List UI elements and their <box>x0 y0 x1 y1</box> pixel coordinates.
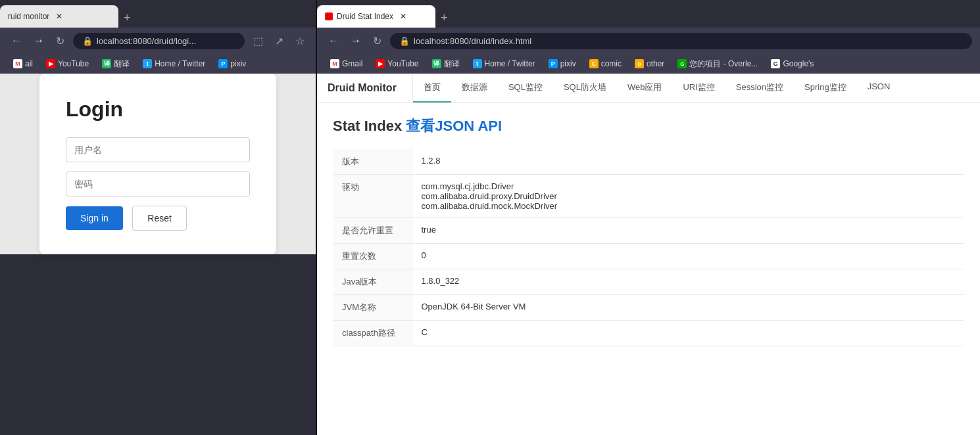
row-key-classpath: classpath路径 <box>333 321 412 346</box>
stat-table: 版本 1.2.8 驱动 com.mysql.cj.jdbc.Drivercom.… <box>333 149 964 346</box>
username-input[interactable] <box>66 137 250 162</box>
password-input[interactable] <box>66 172 250 196</box>
row-key-version: 版本 <box>333 149 412 175</box>
signin-button[interactable]: Sign in <box>66 206 123 230</box>
youtube-favicon: ▶ <box>46 59 55 68</box>
bookmark-mail[interactable]: M ail <box>8 58 38 70</box>
bookmark-twitter-label: Home / Twitter <box>155 59 205 68</box>
right-address-input[interactable]: 🔒 localhost:8080/druid/index.html <box>390 33 972 49</box>
bookmark-youtube-left[interactable]: ▶ YouTube <box>41 58 94 70</box>
left-lock-icon: 🔒 <box>82 36 93 46</box>
druid-content: Stat Index 查看JSON API 版本 1.2.8 驱动 com.my… <box>317 103 980 435</box>
left-back-button[interactable]: ← <box>8 33 25 49</box>
right-new-tab-button[interactable]: + <box>435 9 453 28</box>
right-gmail-favicon: M <box>330 59 339 68</box>
row-value-java-version: 1.8.0_322 <box>412 269 964 295</box>
left-browser: ruid monitor ✕ + ← → ↻ 🔒 localhost:8080/… <box>0 0 316 435</box>
druid-tab-json[interactable]: JSON <box>857 74 901 103</box>
right-address-bar: ← → ↻ 🔒 localhost:8080/druid/index.html <box>317 28 980 54</box>
bookmark-mail-label: ail <box>25 59 33 68</box>
druid-panel: Druid Monitor 首页 数据源 SQL监控 SQL防火墙 Web应用 … <box>317 74 980 435</box>
login-page: Login Sign in Reset <box>0 74 316 254</box>
login-buttons: Sign in Reset <box>66 206 250 231</box>
right-bookmarks-bar: M Gmail ▶ YouTube 译 翻译 t Home / Twitter … <box>317 54 980 74</box>
bookmark-comic[interactable]: C comic <box>584 58 627 70</box>
row-key-jvm-name: JVM名称 <box>333 295 412 321</box>
json-api-link[interactable]: 查看JSON API <box>406 118 502 134</box>
bookmark-translate-label: 翻译 <box>114 58 130 70</box>
right-refresh-button[interactable]: ↻ <box>370 33 385 49</box>
row-value-jvm-name: OpenJDK 64-Bit Server VM <box>412 295 964 321</box>
left-active-tab[interactable]: ruid monitor ✕ <box>0 5 118 28</box>
left-forward-button[interactable]: → <box>30 33 47 49</box>
right-forward-button[interactable]: → <box>347 33 364 49</box>
left-star-icon[interactable]: ☆ <box>292 33 308 49</box>
bookmark-youproject[interactable]: G 您的项目 - Overle... <box>672 57 763 71</box>
login-title: Login <box>66 97 250 122</box>
druid-tab-uri[interactable]: URI监控 <box>672 74 725 103</box>
table-row: 重置次数 0 <box>333 244 964 269</box>
table-row: 驱动 com.mysql.cj.jdbc.Drivercom.alibaba.d… <box>333 175 964 218</box>
google-label: Google's <box>783 59 814 68</box>
bookmark-youtube-label: YouTube <box>58 59 89 68</box>
druid-tab-session[interactable]: Session监控 <box>725 74 794 103</box>
gmail-favicon: M <box>13 59 22 68</box>
right-tab-bar: D Druid Stat Index ✕ + <box>317 0 980 28</box>
left-share-icon[interactable]: ↗ <box>272 33 287 49</box>
row-value-version: 1.2.8 <box>412 149 964 175</box>
row-value-classpath: C <box>412 321 964 346</box>
druid-tab-sql-monitor[interactable]: SQL监控 <box>498 74 553 103</box>
druid-tab-spring[interactable]: Spring监控 <box>794 74 857 103</box>
druid-tab-datasource[interactable]: 数据源 <box>451 74 498 103</box>
druid-tab-home[interactable]: 首页 <box>413 74 451 103</box>
row-key-allow-reset: 是否允许重置 <box>333 218 412 244</box>
bookmark-pixiv-left[interactable]: P pixiv <box>213 58 251 70</box>
row-key-reset-count: 重置次数 <box>333 244 412 269</box>
right-translate-label: 翻译 <box>444 58 460 70</box>
table-row: 版本 1.2.8 <box>333 149 964 175</box>
row-value-reset-count: 0 <box>412 244 964 269</box>
translate-favicon: 译 <box>102 59 111 68</box>
left-address-input[interactable]: 🔒 localhost:8080/druid/logi... <box>73 33 245 49</box>
bookmark-gmail-right[interactable]: M Gmail <box>325 58 368 70</box>
left-bookmarks-bar: M ail ▶ YouTube 译 翻译 t Home / Twitter P … <box>0 54 316 74</box>
left-tab-close[interactable]: ✕ <box>53 11 65 22</box>
right-pixiv-favicon: P <box>549 59 558 68</box>
right-lock-icon: 🔒 <box>399 36 410 46</box>
right-tab-close[interactable]: ✕ <box>397 11 409 22</box>
twitter-favicon: t <box>143 59 152 68</box>
druid-tabs: 首页 数据源 SQL监控 SQL防火墙 Web应用 URI监控 Session监… <box>413 74 900 103</box>
comic-favicon: C <box>589 59 599 68</box>
left-address-bar: ← → ↻ 🔒 localhost:8080/druid/logi... ⬚ ↗… <box>0 28 316 54</box>
bookmark-twitter-right[interactable]: t Home / Twitter <box>468 58 541 70</box>
bookmark-translate-left[interactable]: 译 翻译 <box>97 57 135 71</box>
reset-button[interactable]: Reset <box>132 206 187 231</box>
bookmark-google[interactable]: G Google's <box>766 58 819 70</box>
druid-nav: Druid Monitor 首页 数据源 SQL监控 SQL防火墙 Web应用 … <box>317 74 980 103</box>
druid-tab-web[interactable]: Web应用 <box>617 74 673 103</box>
right-back-button[interactable]: ← <box>325 33 342 49</box>
table-row: Java版本 1.8.0_322 <box>333 269 964 295</box>
left-refresh-button[interactable]: ↻ <box>53 33 68 49</box>
google-favicon: G <box>771 59 780 68</box>
bookmark-translate-right[interactable]: 译 翻译 <box>427 57 465 71</box>
left-tab-label: ruid monitor <box>8 12 49 21</box>
youproject-favicon: G <box>677 59 687 68</box>
left-capture-icon[interactable]: ⬚ <box>250 33 266 49</box>
left-new-tab-button[interactable]: + <box>118 9 136 28</box>
pixiv-favicon: P <box>218 59 228 68</box>
youproject-label: 您的项目 - Overle... <box>689 58 758 70</box>
bookmark-other[interactable]: o other <box>629 58 670 70</box>
right-active-tab[interactable]: D Druid Stat Index ✕ <box>317 5 435 28</box>
right-browser: D Druid Stat Index ✕ + ← → ↻ 🔒 localhost… <box>316 0 980 435</box>
druid-tab-favicon: D <box>325 12 333 20</box>
right-gmail-label: Gmail <box>342 59 362 68</box>
bookmark-pixiv-right[interactable]: P pixiv <box>543 58 581 70</box>
row-key-java-version: Java版本 <box>333 269 412 295</box>
bookmark-youtube-right[interactable]: ▶ YouTube <box>370 58 424 70</box>
row-value-allow-reset: true <box>412 218 964 244</box>
stat-index-title: Stat Index 查看JSON API <box>333 116 964 136</box>
table-row: classpath路径 C <box>333 321 964 346</box>
druid-tab-sql-firewall[interactable]: SQL防火墙 <box>553 74 617 103</box>
bookmark-twitter-left[interactable]: t Home / Twitter <box>137 58 210 70</box>
